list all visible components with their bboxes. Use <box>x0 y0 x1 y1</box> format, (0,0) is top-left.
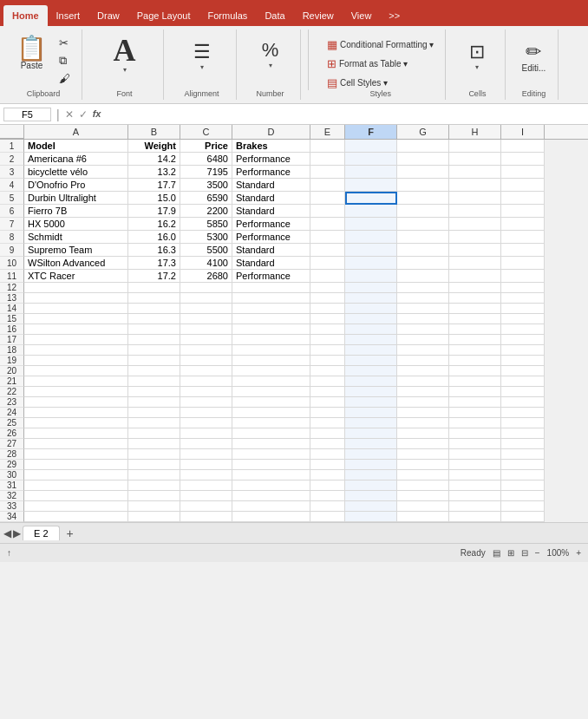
cell-a9[interactable]: Supremo Team <box>24 244 128 257</box>
cell-i24[interactable] <box>501 408 545 418</box>
cell-i23[interactable] <box>501 397 545 408</box>
cell-g28[interactable] <box>397 449 449 460</box>
cell-f22[interactable] <box>345 387 397 397</box>
cell-g11[interactable] <box>397 270 449 283</box>
cell-b14[interactable] <box>128 304 180 314</box>
cell-e26[interactable] <box>310 428 345 439</box>
cell-h21[interactable] <box>449 376 501 387</box>
cell-i16[interactable] <box>501 324 545 335</box>
tab-view[interactable]: View <box>343 5 381 26</box>
cell-e14[interactable] <box>310 304 345 314</box>
cell-f9[interactable] <box>345 244 397 257</box>
cell-i28[interactable] <box>501 449 545 460</box>
cell-b12[interactable] <box>128 283 180 293</box>
zoom-out-icon[interactable]: − <box>535 548 540 558</box>
cell-b13[interactable] <box>128 293 180 304</box>
cell-f15[interactable] <box>345 314 397 324</box>
col-header-b[interactable]: B <box>128 125 180 139</box>
cell-a25[interactable] <box>24 418 128 428</box>
cell-d3[interactable]: Performance <box>232 166 310 179</box>
cell-g13[interactable] <box>397 293 449 304</box>
cell-b8[interactable]: 16.0 <box>128 231 180 244</box>
cell-b2[interactable]: 14.2 <box>128 153 180 166</box>
cell-i5[interactable] <box>501 192 545 205</box>
cell-i18[interactable] <box>501 345 545 356</box>
cell-e23[interactable] <box>310 397 345 408</box>
tab-draw[interactable]: Draw <box>88 5 128 26</box>
cell-h31[interactable] <box>449 480 501 491</box>
row-header-3[interactable]: 3 <box>0 166 24 179</box>
cell-h1[interactable] <box>449 140 501 153</box>
cell-d8[interactable]: Performance <box>232 231 310 244</box>
cell-d23[interactable] <box>232 397 310 408</box>
col-header-a[interactable]: A <box>24 125 128 139</box>
cell-d12[interactable] <box>232 283 310 293</box>
cell-i25[interactable] <box>501 418 545 428</box>
cell-h24[interactable] <box>449 408 501 418</box>
cell-c8[interactable]: 5300 <box>180 231 232 244</box>
cell-b27[interactable] <box>128 439 180 449</box>
cell-d1[interactable]: Brakes <box>232 140 310 153</box>
cell-i31[interactable] <box>501 480 545 491</box>
cell-g4[interactable] <box>397 179 449 192</box>
cell-e16[interactable] <box>310 324 345 335</box>
cell-h5[interactable] <box>449 192 501 205</box>
cell-reference[interactable] <box>3 108 51 121</box>
cell-c12[interactable] <box>180 283 232 293</box>
cell-d6[interactable]: Standard <box>232 205 310 218</box>
cell-g17[interactable] <box>397 335 449 345</box>
cell-f3[interactable] <box>345 166 397 179</box>
cell-e29[interactable] <box>310 460 345 470</box>
cell-c27[interactable] <box>180 439 232 449</box>
cell-i26[interactable] <box>501 428 545 439</box>
cell-d28[interactable] <box>232 449 310 460</box>
cell-c23[interactable] <box>180 397 232 408</box>
cell-c11[interactable]: 2680 <box>180 270 232 283</box>
cell-h17[interactable] <box>449 335 501 345</box>
cell-a3[interactable]: bicyclette vélo <box>24 166 128 179</box>
cell-f28[interactable] <box>345 449 397 460</box>
cell-g32[interactable] <box>397 491 449 501</box>
cell-h2[interactable] <box>449 153 501 166</box>
cell-f10[interactable] <box>345 257 397 270</box>
tab-data[interactable]: Data <box>256 5 293 26</box>
cell-f5[interactable] <box>345 192 397 205</box>
cell-a5[interactable]: Durbin Ultralight <box>24 192 128 205</box>
row-header-22[interactable]: 22 <box>0 387 24 397</box>
row-header-19[interactable]: 19 <box>0 356 24 366</box>
cell-c5[interactable]: 6590 <box>180 192 232 205</box>
cell-d29[interactable] <box>232 460 310 470</box>
cell-h19[interactable] <box>449 356 501 366</box>
row-header-5[interactable]: 5 <box>0 192 24 205</box>
cell-a24[interactable] <box>24 408 128 418</box>
cell-d30[interactable] <box>232 470 310 480</box>
cell-g1[interactable] <box>397 140 449 153</box>
cell-b25[interactable] <box>128 418 180 428</box>
cell-c3[interactable]: 7195 <box>180 166 232 179</box>
cell-d11[interactable]: Performance <box>232 270 310 283</box>
cell-c32[interactable] <box>180 491 232 501</box>
cell-g15[interactable] <box>397 314 449 324</box>
cell-h28[interactable] <box>449 449 501 460</box>
row-header-23[interactable]: 23 <box>0 397 24 408</box>
cell-e21[interactable] <box>310 376 345 387</box>
row-header-27[interactable]: 27 <box>0 439 24 449</box>
cell-f30[interactable] <box>345 470 397 480</box>
cell-a31[interactable] <box>24 480 128 491</box>
cell-b31[interactable] <box>128 480 180 491</box>
cell-c19[interactable] <box>180 356 232 366</box>
cell-a18[interactable] <box>24 345 128 356</box>
cell-c30[interactable] <box>180 470 232 480</box>
cell-c13[interactable] <box>180 293 232 304</box>
row-header-11[interactable]: 11 <box>0 270 24 283</box>
cell-g29[interactable] <box>397 460 449 470</box>
row-header-26[interactable]: 26 <box>0 428 24 439</box>
cell-e20[interactable] <box>310 366 345 376</box>
cell-b24[interactable] <box>128 408 180 418</box>
col-header-h[interactable]: H <box>449 125 501 139</box>
cell-b3[interactable]: 13.2 <box>128 166 180 179</box>
cell-c29[interactable] <box>180 460 232 470</box>
cell-g33[interactable] <box>397 501 449 512</box>
cell-e34[interactable] <box>310 512 345 522</box>
cell-g26[interactable] <box>397 428 449 439</box>
